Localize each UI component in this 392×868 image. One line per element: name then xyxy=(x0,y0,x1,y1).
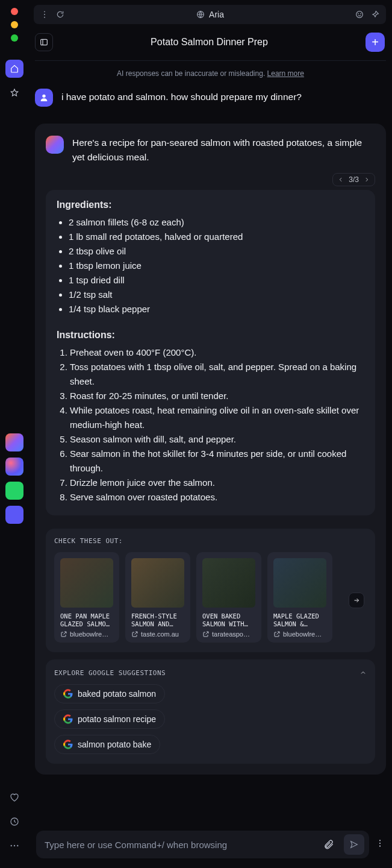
cto-card-title: MAPLE GLAZED SALMON &… xyxy=(267,612,332,628)
assistant-intro-text: Here's a recipe for pan-seared salmon wi… xyxy=(72,136,375,165)
cto-card-image xyxy=(202,558,255,608)
learn-more-link[interactable]: Learn more xyxy=(267,69,304,78)
traffic-zoom[interactable] xyxy=(11,34,18,42)
kebab-vertical-icon[interactable] xyxy=(40,10,49,19)
svg-point-8 xyxy=(356,11,363,18)
chat-header: Potato Salmon Dinner Prep + xyxy=(29,28,392,57)
rail-home-button[interactable] xyxy=(5,60,23,78)
ingredient-item: 2 tbsp olive oil xyxy=(69,244,364,259)
chevron-left-icon[interactable] xyxy=(338,177,344,183)
kebab-vertical-icon xyxy=(375,838,385,848)
external-link-icon xyxy=(273,631,281,638)
send-button[interactable] xyxy=(344,834,364,855)
pager-label: 3/3 xyxy=(349,175,359,184)
rail-app-aria[interactable] xyxy=(5,433,23,451)
svg-point-14 xyxy=(379,843,381,844)
cto-card-source: bluebowlre… xyxy=(54,628,119,638)
suggestion-chip-label: salmon potato bake xyxy=(78,740,151,749)
cto-card[interactable]: FRENCH-STYLE SALMON AND… taste.com.au xyxy=(125,552,190,643)
svg-point-1 xyxy=(11,845,12,846)
window-traffic-lights xyxy=(11,8,18,42)
topbar-title: Aria xyxy=(71,10,349,19)
suggestion-chip[interactable]: baked potato salmon xyxy=(54,684,165,703)
home-icon xyxy=(10,64,19,74)
new-chat-button[interactable]: + xyxy=(366,33,385,52)
cto-cards: ONE PAN MAPLE GLAZED SALMO… bluebowlre… … xyxy=(54,552,367,643)
cto-card-source: taste.com.au xyxy=(125,628,190,638)
google-logo-icon xyxy=(63,714,73,724)
suggestion-chip[interactable]: salmon potato bake xyxy=(54,735,160,754)
chat-scroll[interactable]: i have potato and salmon. how should pre… xyxy=(29,89,392,823)
svg-point-6 xyxy=(44,17,45,18)
user-message-text: i have potato and salmon. how should pre… xyxy=(61,89,302,107)
external-link-icon xyxy=(60,631,67,638)
cto-card-image xyxy=(131,558,184,608)
sidebar-toggle-button[interactable] xyxy=(35,33,53,51)
reload-icon[interactable] xyxy=(55,10,65,19)
assistant-avatar xyxy=(46,136,64,154)
composer-input[interactable] xyxy=(45,840,314,850)
cto-card-title: FRENCH-STYLE SALMON AND… xyxy=(125,612,190,628)
smile-icon[interactable] xyxy=(355,10,364,19)
traffic-close[interactable] xyxy=(11,8,18,15)
cto-card[interactable]: OVEN BAKED SALMON WITH… tarateaspo… xyxy=(196,552,261,643)
rail-more-button[interactable] xyxy=(5,837,23,855)
external-link-icon xyxy=(131,631,138,638)
pin-icon[interactable] xyxy=(370,10,380,19)
svg-point-9 xyxy=(358,13,359,14)
chevron-right-icon[interactable] xyxy=(364,177,370,183)
instruction-item: Sear salmon in the hot skillet for 3-4 m… xyxy=(70,447,364,476)
cto-card-title: ONE PAN MAPLE GLAZED SALMO… xyxy=(54,612,119,628)
user-icon xyxy=(39,93,49,102)
response-pager: 3/3 xyxy=(46,173,375,186)
cto-card-image xyxy=(273,558,326,608)
disclaimer-text: AI responses can be inaccurate or mislea… xyxy=(117,69,267,78)
svg-point-5 xyxy=(44,14,45,15)
rail-app-messenger[interactable] xyxy=(5,458,23,476)
instruction-item: While potatoes roast, heat remaining oli… xyxy=(70,403,364,432)
rail-favorites-button[interactable] xyxy=(5,788,23,807)
ingredients-list: 2 salmon fillets (6-8 oz each) 1 lb smal… xyxy=(57,215,364,316)
check-these-out: CHECK THESE OUT: ONE PAN MAPLE GLAZED SA… xyxy=(46,529,375,652)
ingredient-item: 1 tsp dried dill xyxy=(69,273,364,288)
attach-button[interactable] xyxy=(319,834,339,855)
cto-card-source-text: tarateaspo… xyxy=(212,631,250,638)
instruction-item: Roast for 20-25 minutes, or until tender… xyxy=(70,389,364,403)
instruction-item: Toss potatoes with 1 tbsp olive oil, sal… xyxy=(70,360,364,389)
rail-pinned-button[interactable] xyxy=(5,84,23,102)
cto-card[interactable]: MAPLE GLAZED SALMON &… bluebowlre… xyxy=(267,552,332,643)
star-icon xyxy=(10,88,19,98)
svg-point-12 xyxy=(42,95,45,98)
instruction-item: Preheat oven to 400°F (200°C). xyxy=(70,345,364,360)
app-rail xyxy=(0,0,29,868)
ingredients-heading: Ingredients: xyxy=(57,200,364,210)
page-title: Potato Salmon Dinner Prep xyxy=(53,37,366,48)
ingredient-item: 1/2 tsp salt xyxy=(69,288,364,302)
cto-card-source: tarateaspo… xyxy=(196,628,261,638)
suggestion-chip[interactable]: potato salmon recipe xyxy=(54,709,165,729)
explore-heading: EXPLORE GOOGLE SUGGESTIONS xyxy=(54,669,367,677)
composer-more-button[interactable] xyxy=(375,838,385,851)
user-avatar xyxy=(35,89,53,107)
ellipsis-icon xyxy=(9,840,20,851)
svg-point-10 xyxy=(361,13,361,14)
explore-collapse-button[interactable] xyxy=(359,668,367,679)
rail-app-whatsapp[interactable] xyxy=(5,482,23,500)
carousel-next-button[interactable] xyxy=(349,593,364,608)
ingredient-item: 2 salmon fillets (6-8 oz each) xyxy=(69,215,364,230)
instruction-item: Drizzle lemon juice over the salmon. xyxy=(70,476,364,490)
traffic-minimize[interactable] xyxy=(11,21,18,28)
instruction-item: Season salmon with dill, salt, and peppe… xyxy=(70,432,364,447)
rail-history-button[interactable] xyxy=(5,813,23,831)
svg-rect-11 xyxy=(41,39,48,45)
chevron-up-icon xyxy=(359,669,367,676)
rail-app-music[interactable] xyxy=(5,506,23,524)
globe-icon xyxy=(196,10,205,19)
send-icon xyxy=(349,840,359,849)
cto-heading: CHECK THESE OUT: xyxy=(54,537,367,545)
svg-point-3 xyxy=(17,845,18,846)
svg-point-15 xyxy=(379,846,381,847)
cto-card[interactable]: ONE PAN MAPLE GLAZED SALMO… bluebowlre… xyxy=(54,552,119,643)
heart-icon xyxy=(9,792,20,803)
cto-card-source-text: bluebowlre… xyxy=(283,631,322,638)
